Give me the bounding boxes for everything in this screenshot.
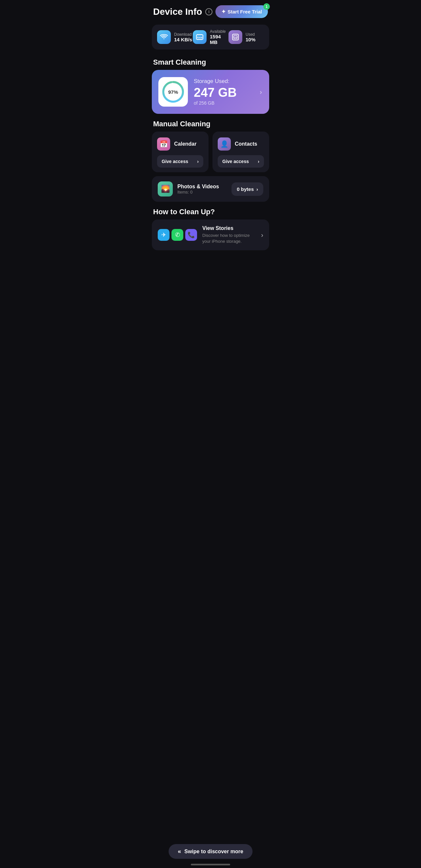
stat-ram-label: Available (210, 29, 228, 34)
how-to-clean-section-title: How to Clean Up? (147, 202, 274, 219)
whatsapp-icon: ✆ (171, 229, 183, 241)
storage-ring: 97% (158, 77, 188, 106)
contacts-title: Contacts (235, 141, 257, 147)
page-title: Device Info (153, 6, 202, 17)
stat-download-value: 14 KB/s (174, 37, 192, 42)
photos-videos-row[interactable]: 🌄 Photos & Videos Items: 0 0 bytes › (152, 176, 269, 202)
storage-sub: of 256 GB (194, 100, 254, 105)
svg-point-0 (164, 38, 165, 39)
contacts-access-button[interactable]: Give access › (218, 155, 264, 167)
story-icons: ✈ ✆ 📞 (158, 229, 197, 241)
sparkle-icon: ✦ (221, 8, 226, 15)
contacts-icon: 👤 (218, 137, 231, 151)
calendar-card: 📅 Calendar Give access › (152, 131, 208, 172)
smart-cleaning-info: Storage Used: 247 GB of 256 GB (194, 78, 254, 105)
how-to-clean-card[interactable]: ✈ ✆ 📞 View Stories Discover how to optim… (152, 219, 269, 250)
how-to-clean-text: View Stories Discover how to optimize yo… (202, 225, 256, 244)
wifi-icon (157, 30, 171, 44)
view-stories-sub: Discover how to optimize your iPhone sto… (202, 232, 256, 244)
svg-text:CPU: CPU (233, 36, 238, 38)
calendar-card-header: 📅 Calendar (157, 137, 203, 151)
telegram-icon: ✈ (158, 229, 169, 241)
stat-ram: RAM Available 1594 MB (193, 29, 228, 45)
info-icon[interactable]: i (205, 8, 213, 16)
chevron-contacts-icon: › (258, 159, 259, 164)
stat-cpu: CPU Used 10% (229, 30, 264, 44)
storage-label: Storage Used: (194, 78, 254, 85)
smart-cleaning-section-title: Smart Cleaning (147, 52, 274, 70)
stats-bar: Download 14 KB/s RAM Available 1594 MB (152, 25, 269, 50)
contacts-card: 👤 Contacts Give access › (213, 131, 269, 172)
photos-icon: 🌄 (158, 181, 173, 196)
stat-download: Download 14 KB/s (157, 30, 192, 44)
calendar-access-button[interactable]: Give access › (157, 155, 203, 167)
smart-cleaning-card[interactable]: 97% Storage Used: 247 GB of 256 GB › (152, 70, 269, 114)
photos-size-button[interactable]: 0 bytes › (231, 182, 263, 196)
stat-cpu-value: 10% (246, 37, 255, 42)
chevron-calendar-icon: › (197, 159, 199, 164)
chevron-photos-icon: › (256, 186, 258, 192)
header: Device Info i ✦ Start Free Trial 1 (147, 0, 274, 22)
start-trial-button[interactable]: ✦ Start Free Trial 1 (216, 5, 268, 18)
calendar-icon: 📅 (157, 137, 170, 151)
ram-icon: RAM (193, 30, 206, 44)
stat-ram-text: Available 1594 MB (210, 29, 228, 45)
chevron-how-clean-icon: › (261, 231, 263, 239)
stat-cpu-label: Used (246, 32, 255, 37)
manual-cleaning-section-title: Manual Cleaning (147, 114, 274, 131)
stat-download-text: Download 14 KB/s (174, 32, 192, 42)
cpu-icon: CPU (229, 30, 242, 44)
view-stories-title: View Stories (202, 225, 256, 231)
calendar-title: Calendar (174, 141, 196, 147)
contacts-card-header: 👤 Contacts (218, 137, 264, 151)
stat-cpu-text: Used 10% (246, 32, 255, 42)
stat-download-label: Download (174, 32, 192, 37)
storage-value: 247 GB (194, 86, 254, 100)
viber-icon: 📞 (185, 229, 197, 241)
manual-cleaning-grid: 📅 Calendar Give access › 👤 Contacts Give… (152, 131, 269, 172)
storage-ring-text: 97% (168, 89, 178, 95)
header-left: Device Info i (153, 6, 213, 17)
svg-text:RAM: RAM (197, 36, 202, 39)
trial-badge: 1 (263, 3, 270, 10)
photos-sub: Items: 0 (177, 190, 227, 194)
stat-ram-value: 1594 MB (210, 34, 228, 45)
photos-text: Photos & Videos Items: 0 (177, 184, 227, 194)
chevron-right-icon: › (260, 88, 262, 96)
photos-title: Photos & Videos (177, 184, 227, 190)
